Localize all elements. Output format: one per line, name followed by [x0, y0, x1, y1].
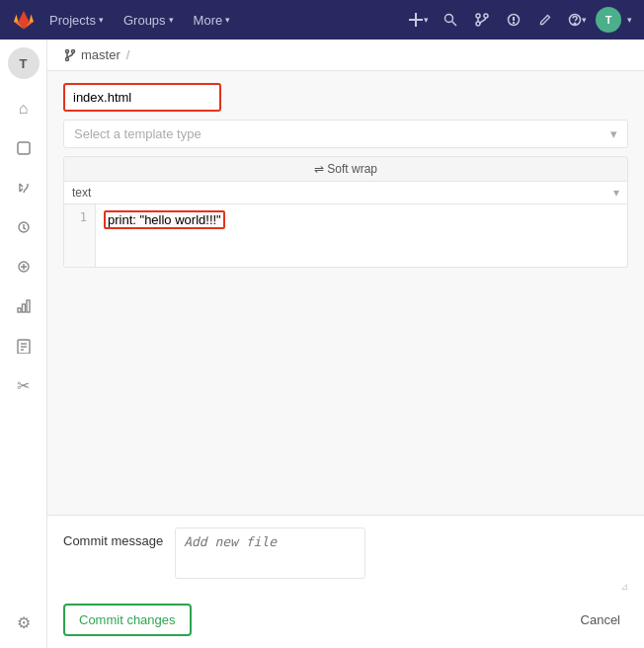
svg-point-6 [484, 14, 488, 18]
issues-button[interactable] [501, 7, 526, 33]
soft-wrap-toolbar: ⇌ Soft wrap [63, 156, 628, 182]
sidebar-item-home[interactable]: ⌂ [6, 91, 41, 126]
user-chevron: ▾ [627, 15, 632, 25]
commit-changes-button[interactable]: Commit changes [63, 604, 192, 636]
filename-input[interactable] [63, 83, 221, 112]
line-numbers: 1 [64, 204, 96, 267]
projects-menu[interactable]: Projects ▾ [43, 9, 110, 32]
svg-point-24 [66, 57, 69, 60]
soft-wrap-label: ⇌ Soft wrap [314, 162, 377, 176]
editor-toolbar-wrapper: ⇌ Soft wrap text ▾ 1 print [63, 156, 628, 268]
svg-point-4 [476, 14, 480, 18]
line-number-1: 1 [72, 210, 87, 224]
navbar-icons: ▾ ▾ T ▾ [406, 7, 632, 33]
code-mode-label: text [72, 186, 91, 200]
sidebar-item-merge-requests[interactable] [6, 170, 41, 205]
search-button[interactable] [438, 7, 463, 33]
svg-point-23 [66, 49, 69, 52]
svg-rect-1 [409, 19, 423, 21]
gitlab-logo[interactable] [12, 8, 36, 32]
svg-rect-18 [27, 300, 30, 312]
code-content-area[interactable]: print: "hello world!!!" [96, 204, 627, 267]
sidebar-item-snippets[interactable]: ✂ [6, 367, 41, 403]
svg-rect-9 [513, 17, 515, 21]
code-line-1[interactable]: print: "hello world!!!" [104, 210, 225, 229]
action-row: Commit changes Cancel [63, 604, 628, 636]
sidebar-item-deployments[interactable] [6, 249, 41, 284]
sidebar-avatar[interactable]: T [8, 47, 40, 79]
main-layout: T ⌂ ✂ ⚙ master / [0, 40, 644, 648]
breadcrumb-separator: / [126, 47, 130, 62]
sidebar-item-wiki[interactable] [6, 328, 41, 364]
code-textarea[interactable] [104, 233, 619, 256]
mode-chevron: ▾ [613, 186, 619, 200]
commit-textarea-wrapper: ⊿ [175, 527, 628, 592]
help-button[interactable]: ▾ [564, 7, 590, 33]
svg-line-3 [452, 22, 457, 27]
code-mode-bar: text ▾ [64, 182, 627, 204]
more-chevron: ▾ [225, 15, 230, 25]
code-body: 1 print: "hello world!!!" [64, 204, 627, 267]
help-chevron: ▾ [582, 15, 587, 25]
sidebar-item-issues[interactable] [6, 130, 41, 166]
merge-requests-button[interactable] [469, 7, 495, 33]
svg-point-12 [574, 23, 576, 25]
branch-icon [63, 48, 77, 62]
new-item-button[interactable]: ▾ [406, 7, 432, 33]
more-menu[interactable]: More ▾ [188, 9, 237, 32]
navbar: Projects ▾ Groups ▾ More ▾ ▾ ▾ T [0, 0, 644, 40]
sidebar-item-settings[interactable]: ⚙ [6, 605, 41, 640]
sidebar: T ⌂ ✂ ⚙ [0, 40, 47, 648]
code-editor: text ▾ 1 print: "hello world!!!" [63, 182, 628, 268]
branch-name: master [81, 47, 121, 62]
user-avatar-button[interactable]: T [596, 7, 621, 33]
filename-row [63, 83, 628, 112]
svg-point-2 [445, 15, 453, 23]
sidebar-item-analytics[interactable] [6, 288, 41, 324]
svg-rect-16 [18, 308, 21, 312]
cancel-button[interactable]: Cancel [573, 606, 628, 634]
sidebar-item-pipelines[interactable] [6, 209, 41, 245]
commit-section: Commit message ⊿ Commit changes Cancel [47, 515, 644, 648]
svg-point-25 [72, 49, 75, 52]
svg-rect-10 [513, 22, 515, 24]
commit-message-textarea[interactable] [175, 527, 365, 579]
template-select[interactable]: Select a template type ▾ [63, 120, 628, 148]
svg-rect-17 [22, 304, 25, 312]
svg-rect-13 [18, 142, 30, 154]
breadcrumb: master / [47, 40, 644, 71]
commit-message-label: Commit message [63, 527, 163, 548]
main-content: master / Select a template type ▾ ⇌ Soft… [47, 40, 644, 648]
resize-handle: ⊿ [175, 582, 628, 592]
groups-menu[interactable]: Groups ▾ [118, 9, 180, 32]
template-chevron: ▾ [610, 126, 617, 141]
commit-message-row: Commit message ⊿ [63, 527, 628, 592]
editor-area: Select a template type ▾ ⇌ Soft wrap tex… [47, 71, 644, 515]
edit-button[interactable] [532, 7, 558, 33]
projects-chevron: ▾ [99, 15, 104, 25]
new-chevron: ▾ [424, 15, 429, 25]
groups-chevron: ▾ [169, 15, 174, 25]
